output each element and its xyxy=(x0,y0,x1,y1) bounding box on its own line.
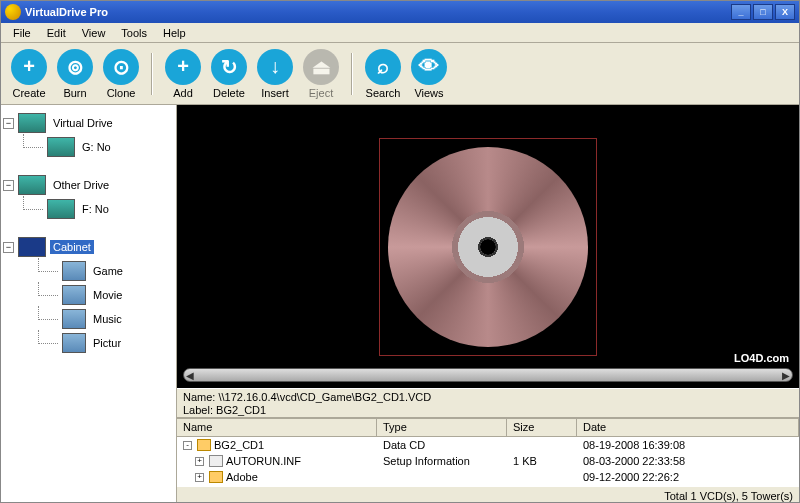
tree-node-game[interactable]: Game xyxy=(3,259,174,283)
tree-node-g-drive[interactable]: G: No xyxy=(3,135,174,159)
preview-scrollbar[interactable]: ◀ ▶ xyxy=(183,368,793,382)
disc-icon xyxy=(388,147,588,347)
add-icon: + xyxy=(165,49,201,85)
menu-tools[interactable]: Tools xyxy=(113,25,155,41)
scroll-right-icon[interactable]: ▶ xyxy=(782,370,790,381)
tree-collapse-icon[interactable]: − xyxy=(3,180,14,191)
separator xyxy=(351,53,353,95)
tree-node-f-drive[interactable]: F: No xyxy=(3,197,174,221)
drive-icon xyxy=(18,113,46,133)
status-bar: Total 1 VCD(s), 5 Tower(s) xyxy=(177,486,799,503)
preview-area: ◀ ▶ LO4D.com xyxy=(177,105,799,388)
menu-view[interactable]: View xyxy=(74,25,114,41)
drive-icon xyxy=(47,199,75,219)
tree-node-picture[interactable]: Pictur xyxy=(3,331,174,355)
cabinet-icon xyxy=(18,237,46,257)
category-icon xyxy=(62,309,86,329)
info-name-value: \\172.16.0.4\vcd\CD_Game\BG2_CD1.VCD xyxy=(218,391,431,403)
tree-expand-icon[interactable]: + xyxy=(195,457,204,466)
eject-icon: ⏏ xyxy=(303,49,339,85)
insert-button[interactable]: ↓Insert xyxy=(255,47,295,101)
eject-button: ⏏Eject xyxy=(301,47,341,101)
info-name-label: Name: xyxy=(183,391,215,403)
watermark: LO4D.com xyxy=(734,352,789,364)
drive-icon xyxy=(47,137,75,157)
tree-panel[interactable]: − Virtual Drive G: No − Other Drive F: N… xyxy=(1,105,177,503)
add-button[interactable]: +Add xyxy=(163,47,203,101)
file-list[interactable]: Name Type Size Date -BG2_CD1 Data CD 08-… xyxy=(177,418,799,503)
column-date[interactable]: Date xyxy=(577,419,799,436)
menu-help[interactable]: Help xyxy=(155,25,194,41)
tree-node-movie[interactable]: Movie xyxy=(3,283,174,307)
tree-collapse-icon[interactable]: − xyxy=(3,118,14,129)
file-list-header: Name Type Size Date xyxy=(177,419,799,437)
folder-icon xyxy=(209,471,223,483)
delete-icon: ↻ xyxy=(211,49,247,85)
scroll-left-icon[interactable]: ◀ xyxy=(186,370,194,381)
eye-icon: 👁 xyxy=(411,49,447,85)
tree-node-other-drive[interactable]: − Other Drive xyxy=(3,173,174,197)
category-icon xyxy=(62,261,86,281)
file-row[interactable]: +Adobe 09-12-2000 22:26:2 xyxy=(177,469,799,485)
window-title: VirtualDrive Pro xyxy=(25,6,731,18)
minimize-button[interactable]: _ xyxy=(731,4,751,20)
menu-edit[interactable]: Edit xyxy=(39,25,74,41)
file-row[interactable]: +AUTORUN.INF Setup Information 1 KB 08-0… xyxy=(177,453,799,469)
tree-node-cabinet[interactable]: − Cabinet xyxy=(3,235,174,259)
tree-collapse-icon[interactable]: - xyxy=(183,441,192,450)
titlebar[interactable]: VirtualDrive Pro _ □ X xyxy=(1,1,799,23)
column-type[interactable]: Type xyxy=(377,419,507,436)
separator xyxy=(151,53,153,95)
file-icon xyxy=(209,455,223,467)
maximize-button[interactable]: □ xyxy=(753,4,773,20)
close-button[interactable]: X xyxy=(775,4,795,20)
tree-collapse-icon[interactable]: − xyxy=(3,242,14,253)
delete-button[interactable]: ↻Delete xyxy=(209,47,249,101)
burn-icon: ⊚ xyxy=(57,49,93,85)
file-row[interactable]: -BG2_CD1 Data CD 08-19-2008 16:39:08 xyxy=(177,437,799,453)
burn-button[interactable]: ⊚Burn xyxy=(55,47,95,101)
tree-node-music[interactable]: Music xyxy=(3,307,174,331)
category-icon xyxy=(62,333,86,353)
column-size[interactable]: Size xyxy=(507,419,577,436)
status-text: Total 1 VCD(s), 5 Tower(s) xyxy=(664,490,793,502)
toolbar: +Create ⊚Burn ⊙Clone +Add ↻Delete ↓Inser… xyxy=(1,43,799,105)
column-name[interactable]: Name xyxy=(177,419,377,436)
tree-expand-icon[interactable]: + xyxy=(195,473,204,482)
app-icon xyxy=(5,4,21,20)
clone-icon: ⊙ xyxy=(103,49,139,85)
folder-icon xyxy=(197,439,211,451)
info-label-label: Label: xyxy=(183,404,213,416)
search-icon: ⌕ xyxy=(365,49,401,85)
info-label-value: BG2_CD1 xyxy=(216,404,266,416)
menubar: File Edit View Tools Help xyxy=(1,23,799,43)
category-icon xyxy=(62,285,86,305)
menu-file[interactable]: File xyxy=(5,25,39,41)
plus-icon: + xyxy=(11,49,47,85)
views-button[interactable]: 👁Views xyxy=(409,47,449,101)
disc-frame xyxy=(379,138,597,356)
tree-node-virtual-drive[interactable]: − Virtual Drive xyxy=(3,111,174,135)
clone-button[interactable]: ⊙Clone xyxy=(101,47,141,101)
insert-icon: ↓ xyxy=(257,49,293,85)
search-button[interactable]: ⌕Search xyxy=(363,47,403,101)
info-panel: Name: \\172.16.0.4\vcd\CD_Game\BG2_CD1.V… xyxy=(177,388,799,418)
drive-icon xyxy=(18,175,46,195)
create-button[interactable]: +Create xyxy=(9,47,49,101)
